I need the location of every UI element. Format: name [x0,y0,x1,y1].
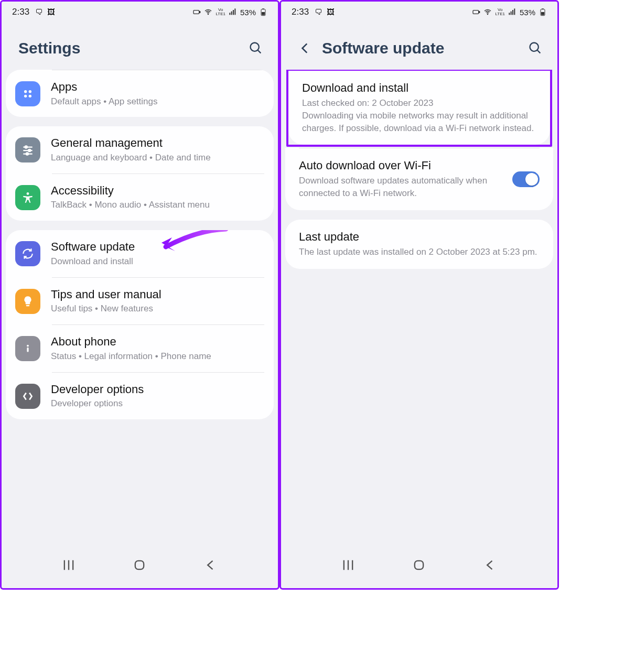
clock-text: 2:33 [292,7,309,17]
svg-point-22 [27,192,29,195]
row-sub: The last update was installed on 2 Octob… [299,246,540,258]
home-button[interactable] [412,558,426,572]
clock-text: 2:33 [12,7,29,17]
picture-icon: 🖼 [327,7,335,16]
row-sub: Useful tips • New features [51,303,262,315]
tips-icon [15,289,40,314]
settings-row-tips[interactable]: Tips and user manual Useful tips • New f… [6,278,274,324]
status-right: VoLTE1 53% [472,8,547,17]
svg-rect-29 [135,561,144,569]
svg-rect-1 [200,12,200,13]
svg-rect-0 [193,10,199,14]
page-title: Settings [18,39,80,57]
phone-right-software-update: 2:33 🗨 🖼 VoLTE1 53% Software update [279,0,559,590]
svg-point-14 [24,95,27,97]
status-bar: 2:33 🗨 🖼 VoLTE1 53% [2,2,278,20]
svg-rect-3 [229,13,230,15]
svg-point-15 [29,95,31,97]
row-sub: Developer options [51,398,262,410]
battery-icon [259,8,267,16]
row-title: Auto download over Wi-Fi [299,159,505,172]
back-button[interactable] [483,558,498,572]
android-navbar [281,544,557,588]
status-bar: 2:33 🗨 🖼 VoLTE1 53% [281,2,557,20]
battery-outline-icon [192,8,201,16]
back-button[interactable] [298,41,313,55]
battery-outline-icon [472,8,480,16]
last-checked: Last checked on: 2 October 2023 [302,97,536,110]
svg-rect-36 [514,8,515,15]
row-title: Last update [299,230,540,244]
recents-button[interactable] [61,558,76,572]
download-install-card: Download and install Last checked on: 2 … [288,71,550,145]
svg-point-17 [25,146,27,148]
status-time: 2:33 🗨 🖼 [12,7,55,17]
software-update-header: Software update [281,20,557,70]
settings-row-developer[interactable]: Developer options Developer options [6,373,274,419]
back-button[interactable] [203,558,218,572]
network-label: VoLTE1 [495,8,505,16]
auto-download-toggle[interactable] [512,171,540,187]
svg-rect-39 [542,8,544,9]
settings-row-accessibility[interactable]: Accessibility TalkBack • Mono audio • As… [6,174,274,221]
svg-rect-6 [234,8,235,15]
auto-download-row[interactable]: Auto download over Wi-Fi Download softwa… [285,148,553,210]
settings-card: Apps Default apps • App settings [6,70,274,117]
row-text: About phone Status • Legal information •… [51,334,262,362]
last-update-row[interactable]: Last update The last update was installe… [285,220,553,269]
chat-icon: 🗨 [35,7,43,16]
status-right: VoLTE1 53% [192,8,267,17]
download-warning: Downloading via mobile networks may resu… [302,110,536,135]
svg-point-2 [208,14,209,14]
svg-point-32 [488,14,488,14]
svg-point-24 [27,345,29,347]
android-navbar [2,544,278,588]
battery-percent: 53% [240,8,256,17]
settings-row-apps[interactable]: Apps Default apps • App settings [6,70,274,117]
apps-icon [15,81,40,106]
home-button[interactable] [132,558,147,572]
settings-card: General management Language and keyboard… [6,126,274,221]
svg-point-12 [24,90,27,93]
row-text: Apps Default apps • App settings [51,80,262,107]
status-time: 2:33 🗨 🖼 [292,7,335,17]
svg-rect-4 [231,12,232,15]
accessibility-icon [15,185,40,210]
auto-download-card: Auto download over Wi-Fi Download softwa… [285,148,553,210]
svg-point-10 [251,43,259,51]
phone-left-settings: 2:33 🗨 🖼 VoLTE1 53% Settings [0,0,279,590]
svg-rect-35 [512,10,513,15]
row-title: Apps [51,80,262,94]
download-install-row[interactable]: Download and install Last checked on: 2 … [288,71,550,145]
svg-rect-34 [511,12,512,15]
last-update-card: Last update The last update was installe… [285,220,553,269]
settings-list[interactable]: Apps Default apps • App settings General… [2,70,278,544]
settings-row-general[interactable]: General management Language and keyboard… [6,126,274,173]
svg-rect-25 [27,348,28,352]
settings-row-software-update[interactable]: Software update Download and install [6,230,274,277]
chat-icon: 🗨 [315,7,322,16]
wifi-icon [483,8,492,16]
svg-rect-45 [415,561,423,569]
signal-icon [508,8,516,16]
settings-row-about[interactable]: About phone Status • Legal information •… [6,325,274,372]
svg-rect-33 [509,13,510,15]
svg-rect-9 [262,8,264,9]
row-title: About phone [51,334,262,349]
svg-point-40 [530,43,539,51]
row-text: Developer options Developer options [51,382,262,410]
svg-point-13 [29,90,31,93]
svg-point-19 [28,149,30,151]
svg-rect-8 [262,12,265,15]
sliders-icon [15,137,40,162]
row-sub: TalkBack • Mono audio • Assistant menu [51,199,262,211]
software-update-content[interactable]: Download and install Last checked on: 2 … [281,70,557,544]
row-text: Tips and user manual Useful tips • New f… [51,287,262,315]
recents-button[interactable] [341,558,356,572]
search-button[interactable] [249,41,263,56]
row-title: Developer options [51,382,262,397]
row-text: General management Language and keyboard… [51,136,262,164]
search-button[interactable] [528,41,543,56]
row-title: General management [51,136,262,150]
highlight-box: Download and install Last checked on: 2 … [286,70,552,147]
